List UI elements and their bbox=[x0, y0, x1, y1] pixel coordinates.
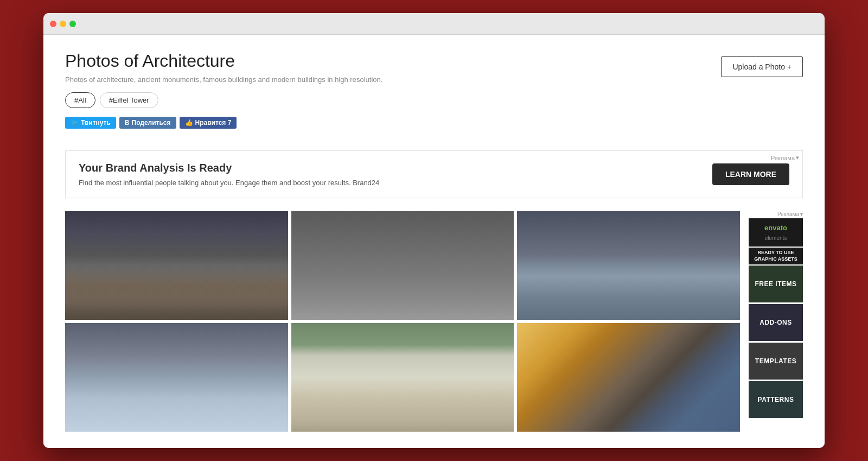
upload-area: Upload a Photo + bbox=[721, 51, 803, 77]
ad-title: Your Brand Analysis Is Ready bbox=[79, 162, 699, 174]
photo-1[interactable] bbox=[65, 211, 288, 320]
sidebar-ad-chevron: ▾ bbox=[800, 211, 803, 217]
dot-yellow[interactable] bbox=[60, 21, 66, 27]
like-button[interactable]: 👍 Нравится 7 bbox=[180, 117, 237, 129]
photo-4[interactable] bbox=[65, 323, 288, 432]
ad-label: Реклама ▾ bbox=[771, 154, 799, 161]
header-left: Photos of Architecture Photos of archite… bbox=[65, 51, 721, 140]
vk-label: Поделиться bbox=[132, 119, 171, 127]
photo-5[interactable] bbox=[291, 323, 514, 432]
like-icon: 👍 bbox=[185, 119, 193, 127]
social-buttons: 🐦 Твитнуть В Поделиться 👍 Нравится 7 bbox=[65, 117, 721, 129]
browser-dots bbox=[50, 21, 76, 27]
ad-content: Your Brand Analysis Is Ready Find the mo… bbox=[79, 162, 699, 187]
twitter-icon: 🐦 bbox=[71, 119, 79, 127]
sidebar-ad-text: Реклама bbox=[777, 211, 799, 217]
twitter-label: Твитнуть bbox=[81, 119, 111, 127]
page-description: Photos of architecture, ancient monument… bbox=[65, 75, 721, 84]
envato-tagline: READY TO USE GRAPHIC ASSETS bbox=[749, 248, 803, 264]
sidebar-ad-label: Реклама ▾ bbox=[749, 211, 803, 217]
ad-banner: Реклама ▾ Your Brand Analysis Is Ready F… bbox=[65, 150, 803, 198]
photo-grid-section bbox=[65, 211, 740, 432]
upload-button[interactable]: Upload a Photo + bbox=[721, 56, 803, 77]
main-content: Реклама ▾ envato elements READY TO USE G… bbox=[65, 211, 803, 432]
photo-3[interactable] bbox=[517, 211, 740, 320]
sidebar-free-items[interactable]: FREE ITEMS bbox=[749, 266, 803, 302]
sidebar-templates[interactable]: TEMPLATES bbox=[749, 343, 803, 380]
envato-logo[interactable]: envato elements bbox=[749, 218, 803, 247]
sidebar: Реклама ▾ envato elements READY TO USE G… bbox=[749, 211, 803, 432]
vk-button[interactable]: В Поделиться bbox=[119, 117, 176, 129]
photo-2[interactable] bbox=[291, 211, 514, 320]
photo-6[interactable] bbox=[517, 323, 740, 432]
ad-text: Find the most influential people talking… bbox=[79, 179, 699, 187]
like-label: Нравится 7 bbox=[195, 119, 232, 127]
ad-cta-button[interactable]: LEARN MORE bbox=[712, 163, 789, 185]
sidebar-addons[interactable]: ADD-ONS bbox=[749, 304, 803, 341]
page-header: Photos of Architecture Photos of archite… bbox=[65, 51, 803, 140]
photo-grid bbox=[65, 211, 740, 432]
twitter-button[interactable]: 🐦 Твитнуть bbox=[65, 117, 116, 129]
ad-chevron-icon: ▾ bbox=[796, 154, 799, 161]
browser-toolbar bbox=[43, 13, 825, 35]
ad-label-text: Реклама bbox=[771, 155, 795, 161]
vk-icon: В bbox=[125, 119, 130, 127]
sidebar-patterns[interactable]: PATTERNS bbox=[749, 381, 803, 418]
browser-window: Photos of Architecture Photos of archite… bbox=[43, 13, 825, 448]
envato-logo-text: envato bbox=[764, 224, 787, 232]
tag-filters: #All #Eiffel Tower bbox=[65, 92, 721, 108]
page-title: Photos of Architecture bbox=[65, 51, 721, 71]
tag-eiffel[interactable]: #Eiffel Tower bbox=[100, 92, 158, 108]
envato-elements-text: elements bbox=[765, 235, 787, 241]
dot-red[interactable] bbox=[50, 21, 56, 27]
dot-green[interactable] bbox=[69, 21, 76, 27]
tag-all[interactable]: #All bbox=[65, 92, 95, 108]
browser-content: Photos of Architecture Photos of archite… bbox=[43, 35, 825, 448]
